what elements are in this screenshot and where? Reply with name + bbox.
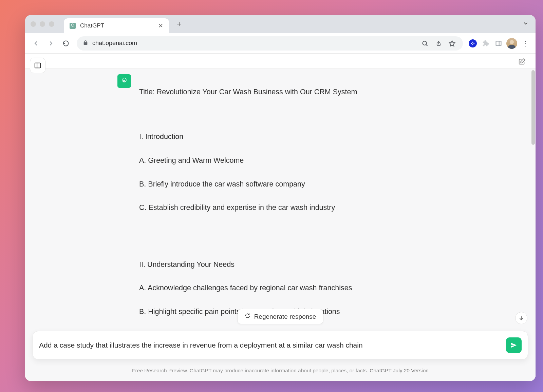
tabs-dropdown-button[interactable] [523,20,529,28]
browser-tab[interactable]: ChatGPT ✕ [64,18,169,33]
outline-item: A. Acknowledge challenges faced by regio… [139,282,383,294]
close-window-button[interactable] [31,21,36,27]
message-input[interactable] [39,341,506,349]
section-heading: I. Introduction [139,131,383,143]
chatgpt-favicon-icon [69,22,76,29]
search-icon[interactable] [420,40,430,47]
tab-title: ChatGPT [80,22,153,29]
tab-bar: ChatGPT ✕ + [25,15,536,33]
message-input-container [33,331,528,359]
browser-menu-button[interactable]: ⋮ [520,39,531,47]
outline-item: C. Establish credibility and expertise i… [139,202,383,214]
extension-circle-icon[interactable] [468,38,478,48]
regenerate-response-button[interactable]: Regenerate response [238,309,323,324]
address-bar-row: chat.openai.com ⋮ [25,33,536,54]
scroll-to-bottom-button[interactable] [515,312,527,324]
panel-icon[interactable] [493,38,504,48]
regenerate-label: Regenerate response [254,313,316,320]
svg-point-1 [423,41,427,45]
profile-avatar[interactable] [506,38,517,49]
reload-button[interactable] [60,37,72,50]
forward-button[interactable] [45,37,57,50]
svg-rect-6 [35,63,41,68]
minimize-window-button[interactable] [40,21,45,27]
refresh-icon [245,313,251,320]
back-button[interactable] [30,37,42,50]
new-chat-button[interactable] [517,56,527,67]
address-bar[interactable]: chat.openai.com [77,36,463,51]
outline-item: A. Greeting and Warm Welcome [139,155,383,166]
app-header [25,54,536,68]
chat-area: Title: Revolutionize Your Car Wash Busin… [25,68,536,381]
response-title: Title: Revolutionize Your Car Wash Busin… [139,86,383,98]
close-tab-button[interactable]: ✕ [157,22,164,30]
share-icon[interactable] [434,40,443,46]
sidebar-toggle-button[interactable] [30,58,45,73]
outline-item: B. Briefly introduce the car wash softwa… [139,178,383,190]
url-text: chat.openai.com [92,40,416,47]
disclaimer: Free Research Preview. ChatGPT may produ… [25,368,536,374]
section-heading: II. Understanding Your Needs [139,259,383,271]
bookmark-star-icon[interactable] [447,40,457,47]
svg-line-2 [426,44,428,46]
send-button[interactable] [506,337,522,353]
svg-marker-3 [449,40,455,46]
traffic-lights [31,21,54,27]
disclaimer-text: Free Research Preview. ChatGPT may produ… [132,368,370,373]
chatgpt-app: Title: Revolutionize Your Car Wash Busin… [25,54,536,381]
svg-rect-4 [496,41,501,45]
browser-window: ChatGPT ✕ + chat.openai.com [25,15,536,381]
svg-point-8 [124,80,125,82]
chatgpt-avatar-icon [117,74,131,88]
lock-icon [83,40,88,47]
extensions-puzzle-icon[interactable] [481,38,491,48]
new-tab-button[interactable]: + [174,19,185,30]
version-link[interactable]: ChatGPT July 20 Version [370,368,429,373]
maximize-window-button[interactable] [49,21,54,27]
